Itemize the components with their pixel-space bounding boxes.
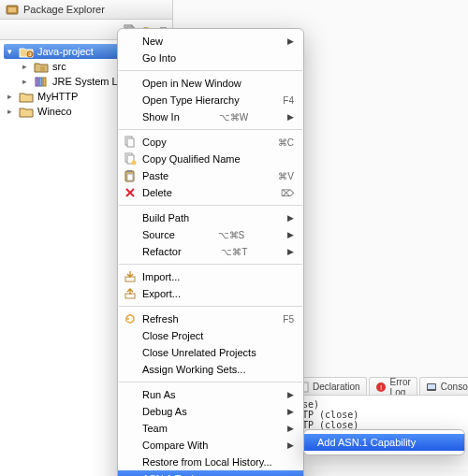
menu-item-restore-from-local-history[interactable]: Restore from Local History...: [118, 454, 303, 470]
submenu-arrow-icon: ▶: [276, 440, 294, 450]
menu-separator: [119, 264, 302, 265]
submenu-arrow-icon: ▶: [276, 213, 294, 223]
package-explorer-icon: [6, 4, 19, 15]
menu-item-close-project[interactable]: Close Project: [118, 327, 303, 344]
menu-item-new[interactable]: New▶: [118, 33, 303, 50]
menu-item-show-in[interactable]: Show In⌥⌘W▶: [118, 108, 303, 125]
menu-item-shortcut: ⌘C: [267, 137, 294, 148]
package-explorer-titlebar: Package Explorer: [0, 0, 172, 20]
svg-rect-22: [127, 170, 132, 172]
menu-item-label: Restore from Local History...: [142, 456, 272, 468]
menu-item-label: Team: [142, 423, 168, 434]
tab-label: Conso: [441, 382, 468, 392]
menu-item-label: Compare With: [142, 440, 208, 451]
menu-item-label: Export...: [142, 288, 181, 299]
svg-rect-17: [127, 138, 134, 147]
menu-item-debug-as[interactable]: Debug As▶: [118, 403, 303, 420]
menu-item-copy[interactable]: Copy⌘C: [118, 134, 303, 151]
menu-item-run-as[interactable]: Run As▶: [118, 386, 303, 403]
menu-item-open-type-hierarchy[interactable]: Open Type HierarchyF4: [118, 92, 303, 108]
view-title: Package Explorer: [23, 4, 105, 15]
twisty-closed-icon[interactable]: ▸: [7, 107, 17, 116]
library-icon: [34, 75, 49, 88]
submenu-arrow-icon: ▶: [276, 230, 294, 239]
menu-item-assign-working-sets[interactable]: Assign Working Sets...: [118, 361, 303, 378]
svg-rect-7: [36, 78, 38, 86]
refresh-icon: [124, 312, 137, 325]
menu-separator: [119, 70, 302, 71]
delete-icon: [124, 186, 137, 199]
folder-src-icon: [34, 60, 49, 73]
context-menu: New▶Go IntoOpen in New WindowOpen Type H…: [117, 28, 304, 476]
tree-item-label: Java-project: [37, 46, 94, 57]
menu-item-source[interactable]: Source⌥⌘S▶: [118, 226, 303, 243]
menu-item-shortcut: F4: [271, 95, 294, 106]
menu-item-label: Refactor: [142, 246, 182, 257]
menu-item-shortcut: ⌥⌘S: [207, 230, 245, 240]
tab-error-log[interactable]: !Error Log: [369, 377, 417, 396]
submenu-item-add-asn-1-capability[interactable]: Add ASN.1 Capability: [304, 434, 464, 451]
menu-item-team[interactable]: Team▶: [118, 420, 303, 437]
twisty-closed-icon[interactable]: ▸: [7, 92, 17, 101]
svg-rect-23: [127, 174, 133, 180]
menu-item-open-in-new-window[interactable]: Open in New Window: [118, 75, 303, 92]
menu-item-copy-qualified-name[interactable]: Copy Qualified Name: [118, 151, 303, 167]
menu-item-shortcut: ⌘V: [267, 171, 294, 181]
menu-item-label: Go Into: [142, 52, 176, 64]
menu-item-label: Refresh: [142, 313, 179, 325]
menu-item-label: New: [142, 36, 163, 47]
menu-item-delete[interactable]: Delete⌦: [118, 184, 303, 201]
submenu-arrow-icon: ▶: [276, 407, 294, 416]
export-icon: [124, 287, 137, 300]
submenu-item-label: Add ASN.1 Capability: [317, 437, 416, 448]
menu-item-label: Build Path: [142, 212, 189, 224]
submenu-arrow-icon: ▶: [276, 36, 294, 46]
menu-item-label: Open Type Hierarchy: [142, 94, 240, 106]
tree-item-label: MyHTTP: [37, 91, 78, 102]
tab-conso[interactable]: Conso: [419, 377, 468, 396]
menu-separator: [119, 382, 302, 382]
menu-item-label: Run As: [142, 389, 175, 400]
menu-item-label: Import...: [142, 271, 180, 282]
svg-point-20: [132, 161, 137, 166]
submenu-arrow-icon: ▶: [276, 424, 294, 433]
tree-item-label: Wineco: [37, 106, 72, 117]
menu-item-label: Show In: [142, 111, 180, 123]
copy-q-icon: [124, 152, 137, 166]
submenu-arrow-icon: ▶: [276, 390, 294, 399]
svg-rect-15: [428, 384, 435, 389]
menu-item-label: Source: [142, 229, 175, 240]
tree-item-label: JRE System Lib: [52, 76, 125, 87]
menu-item-import[interactable]: Import...: [118, 268, 303, 285]
menu-item-shortcut: F5: [271, 314, 294, 325]
console-line: ose): [297, 399, 462, 410]
menu-separator: [119, 205, 302, 206]
menu-item-label: Paste: [142, 170, 168, 181]
menu-item-label: Delete: [142, 187, 172, 198]
copy-icon: [124, 136, 137, 149]
twisty-open-icon[interactable]: ▾: [7, 47, 17, 56]
menu-item-close-unrelated-projects[interactable]: Close Unrelated Projects: [118, 344, 303, 361]
menu-item-export[interactable]: Export...: [118, 285, 303, 302]
submenu-arrow-icon: ▶: [276, 247, 294, 256]
menu-item-compare-with[interactable]: Compare With▶: [118, 437, 303, 454]
menu-item-paste[interactable]: Paste⌘V: [118, 167, 303, 184]
svg-rect-9: [43, 78, 46, 86]
asn1-tools-submenu: Add ASN.1 Capability: [303, 429, 465, 455]
menu-item-refresh[interactable]: RefreshF5: [118, 310, 303, 327]
menu-item-shortcut: ⌥⌘T: [210, 247, 247, 257]
menu-separator: [119, 129, 302, 130]
folder-java-icon: J: [19, 45, 34, 58]
menu-item-refactor[interactable]: Refactor⌥⌘T▶: [118, 243, 303, 260]
menu-item-label: Close Project: [142, 330, 203, 341]
twisty-closed-icon[interactable]: ▸: [22, 62, 32, 71]
menu-item-build-path[interactable]: Build Path▶: [118, 209, 303, 226]
svg-rect-1: [8, 7, 16, 12]
menu-item-go-into[interactable]: Go Into: [118, 50, 303, 66]
menu-item-asn-1-tools[interactable]: ASN.1 Tools▶: [118, 470, 303, 476]
tree-item-label: src: [52, 61, 66, 72]
twisty-closed-icon[interactable]: ▸: [22, 77, 32, 86]
paste-icon: [124, 169, 137, 182]
menu-item-shortcut: ⌦: [270, 188, 294, 198]
menu-item-label: Copy Qualified Name: [142, 153, 241, 165]
